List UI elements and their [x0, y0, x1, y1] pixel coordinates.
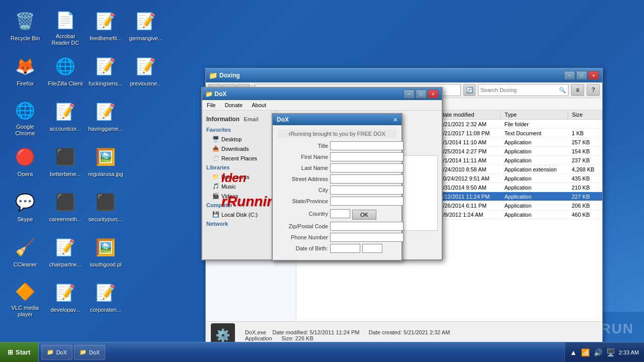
status-size: 226 KB [295, 335, 313, 341]
explorer-minimize-button[interactable]: − [564, 71, 575, 80]
file-date: 5/21/2021 2:32 AM [436, 120, 500, 129]
icon-southgood[interactable]: 🖼️ southgood.pl [86, 231, 126, 277]
file-size: 435 KB [568, 174, 602, 183]
icon-ccleaner[interactable]: 🧹 CCleaner [5, 231, 45, 277]
icon-betterbene[interactable]: ⬛ betterbene... [45, 141, 86, 186]
col-header-type[interactable]: Type [501, 110, 568, 120]
dox-sidebar-local-disk[interactable]: 💾 Local Disk (C:) [202, 210, 277, 219]
corporaten-label: corporaten... [90, 307, 121, 313]
form-input-dob-day[interactable] [362, 244, 382, 253]
file-type: Application [501, 138, 568, 147]
icon-careermeth[interactable]: ⬛ careermeth... [45, 186, 86, 231]
search-input[interactable] [480, 87, 559, 93]
network-tray-icon[interactable]: 📶 [581, 348, 590, 356]
icon-securitypurc[interactable]: ⬛ securitypurc... [86, 186, 126, 231]
skype-icon: 💬 [13, 190, 37, 214]
status-size-label: Size: [281, 335, 293, 341]
help-button[interactable]: ? [587, 84, 600, 96]
icon-googlechrome[interactable]: 🌐 Google Chrome [5, 96, 45, 141]
search-icon[interactable]: 🔍 [559, 87, 566, 94]
googlechrome-icon: 🌐 [13, 100, 37, 122]
taskbar-dox-label: DoX [89, 349, 100, 355]
dox-maximize-button[interactable]: □ [416, 89, 427, 99]
form-input-phone[interactable] [330, 233, 404, 242]
icon-germangivc[interactable]: 📝 germangive... [126, 5, 166, 50]
dox-menu-file[interactable]: File [205, 101, 218, 109]
icon-feedbenefit[interactable]: 📝 feedbenefit... [86, 5, 126, 50]
form-input-zip[interactable] [330, 222, 404, 231]
form-input-street[interactable] [330, 174, 404, 184]
dox-sidebar-recent-places[interactable]: ⏱️ Recent Places [202, 153, 277, 163]
icon-corporaten[interactable]: 📝 corporaten... [86, 277, 126, 322]
view-options-button[interactable]: ≡ [571, 84, 584, 96]
volume-tray-icon[interactable]: 🔊 [594, 348, 602, 356]
form-input-country[interactable] [330, 209, 350, 218]
icon-developmentv[interactable]: 📝 developav... [45, 277, 86, 322]
dox-sidebar-desktop[interactable]: 🖥️ Desktop [202, 134, 277, 144]
dox-desktop-icon: 🖥️ [212, 136, 219, 142]
form-input-lastname[interactable] [330, 163, 404, 172]
form-row-phone: Phone Number [278, 233, 396, 242]
securitypurc-icon: ⬛ [94, 190, 118, 214]
icon-filezilla[interactable]: 🌐 FileZilla Client [45, 50, 86, 96]
icon-recycle-bin[interactable]: 🗑️ Recycle Bin [5, 5, 45, 50]
explorer-maximize-button[interactable]: □ [576, 71, 587, 80]
taskbar-item-dox[interactable]: 📁 DoX [74, 345, 105, 360]
col-header-date[interactable]: Date modified [436, 110, 500, 120]
icon-havinggame[interactable]: 📝 havinggame... [86, 96, 126, 141]
icon-acrobat[interactable]: 📄 Acrobat Reader DC [45, 5, 86, 50]
file-size: 210 KB [568, 183, 602, 192]
dox-menu-donate[interactable]: Donate [223, 101, 245, 109]
icon-previousne[interactable]: 📝 previousne... [126, 50, 166, 96]
start-button[interactable]: ⊞ Start [0, 342, 39, 363]
icon-regularusa[interactable]: 🖼️ regularusa.jpg [86, 141, 126, 186]
dox-documents-icon: 📁 [212, 173, 219, 180]
dox-local-disk-icon: 💾 [212, 211, 219, 218]
dox-menu-about[interactable]: About [250, 101, 268, 109]
form-ok-button[interactable]: OK [352, 210, 376, 220]
file-size: 206 KB [568, 201, 602, 210]
system-time[interactable]: 2:33 AM [619, 349, 639, 355]
developmentv-icon: 📝 [53, 281, 77, 305]
form-row-lastname: Last Name [278, 163, 396, 172]
refresh-button[interactable]: 🔄 [463, 84, 475, 96]
search-bar[interactable]: 🔍 [478, 84, 569, 96]
file-size: 227 KB [568, 192, 602, 201]
vlcmedia-icon: 🔶 [13, 281, 37, 303]
file-date: 8/9/2012 1:24 AM [436, 210, 500, 219]
form-popup: DoX × rRunning brought to you by FREE DO… [272, 113, 403, 261]
file-date: 5/26/2014 6:11 PM [436, 201, 500, 210]
icon-fuckingsens[interactable]: 📝 fuckingsens... [86, 50, 126, 96]
form-popup-close-button[interactable]: × [393, 116, 397, 124]
icon-opera[interactable]: 🔴 Opera [5, 141, 45, 186]
taskbar-item-explorer[interactable]: 📁 DoX [41, 345, 72, 360]
dox-minimize-button[interactable]: − [404, 89, 415, 99]
dox-music-icon: 🎵 [212, 183, 219, 190]
tray-expand-icon[interactable]: ▲ [570, 348, 577, 356]
form-row-dob: Date of Birth: [278, 244, 396, 253]
icon-chairpartne[interactable]: 📝 chairpartne... [45, 231, 86, 277]
dox-close-button[interactable]: × [428, 89, 439, 99]
dox-sidebar-downloads[interactable]: 📥 Downloads [202, 144, 277, 153]
status-filename-label: DoX.exe [245, 329, 266, 335]
form-label-dob: Date of Birth: [278, 245, 328, 251]
taskbar-explorer-label: DoX [56, 349, 67, 355]
form-input-state[interactable] [330, 197, 404, 206]
accountcor-label: accountcor... [50, 126, 81, 132]
form-input-firstname[interactable] [330, 152, 404, 161]
form-input-city[interactable] [330, 186, 404, 195]
monitor-tray-icon[interactable]: 🖥️ [606, 348, 615, 356]
icon-vlcmedia[interactable]: 🔶 VLC media player [5, 277, 45, 322]
securitypurc-label: securitypurc... [89, 216, 123, 223]
file-type: Application [501, 174, 568, 183]
col-header-size[interactable]: Size [568, 110, 602, 120]
icon-accountcor[interactable]: 📝 accountcor... [45, 96, 86, 141]
icon-firefox[interactable]: 🦊 Firefox [5, 50, 45, 96]
form-input-dob-month[interactable] [330, 244, 360, 253]
form-label-state: State/Province [278, 198, 328, 204]
form-input-title[interactable] [330, 141, 404, 150]
icon-skype[interactable]: 💬 Skype [5, 186, 45, 231]
explorer-close-button[interactable]: × [588, 71, 599, 80]
status-details: DoX.exe Date modified: 5/12/2011 11:24 P… [245, 329, 597, 341]
file-date: 6/1/2014 11:10 AM [436, 138, 500, 147]
